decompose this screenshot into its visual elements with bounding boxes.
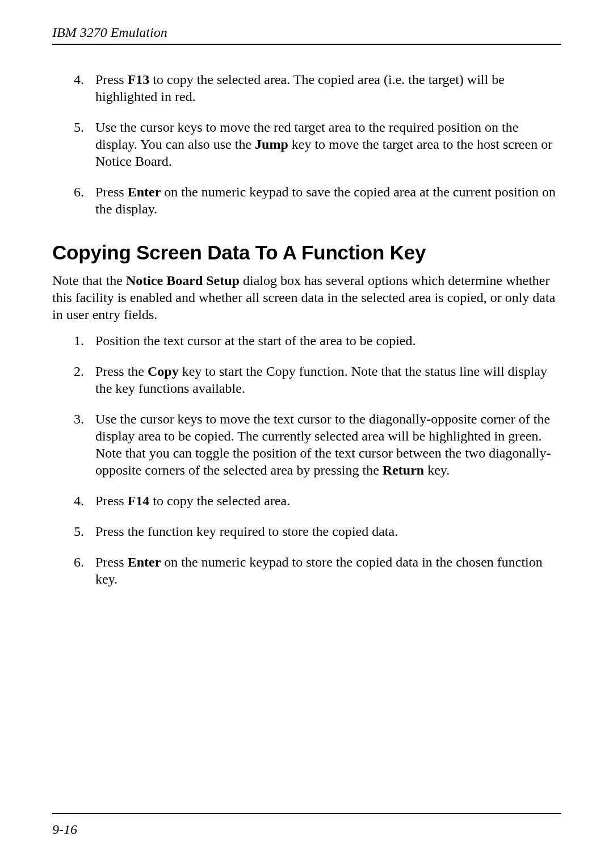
list-item: Press the Copy key to start the Copy fun… (87, 363, 561, 397)
footer-rule (52, 813, 561, 814)
top-ordered-list: Press F13 to copy the selected area. The… (87, 71, 561, 217)
text-run: Press (95, 72, 128, 87)
text-run: Use the cursor keys to move the text cur… (95, 412, 551, 477)
running-head: IBM 3270 Emulation (52, 25, 561, 40)
header-rule (52, 44, 561, 45)
text-run: Position the text cursor at the start of… (95, 333, 416, 348)
text-run: Press (95, 184, 128, 199)
text-run: Press the function key required to store… (95, 524, 398, 539)
text-run: F14 (128, 493, 150, 508)
list-item: Use the cursor keys to move the red targ… (87, 119, 561, 170)
page-number: 9-16 (52, 822, 561, 837)
text-run: Press the (95, 364, 148, 379)
text-run: Return (383, 463, 424, 477)
list-item: Position the text cursor at the start of… (87, 332, 561, 349)
text-run: to copy the selected area. The copied ar… (95, 72, 505, 104)
section-heading: Copying Screen Data To A Function Key (52, 241, 561, 264)
text-run: to copy the selected area. (149, 493, 290, 508)
page-footer: 9-16 (52, 813, 561, 837)
list-item: Use the cursor keys to move the text cur… (87, 410, 561, 479)
page: IBM 3270 Emulation Press F13 to copy the… (0, 0, 613, 868)
text-run: Note that the (52, 273, 126, 288)
text-run: F13 (128, 72, 150, 87)
text-run: key. (424, 463, 450, 477)
list-item: Press F13 to copy the selected area. The… (87, 71, 561, 105)
list-item: Press F14 to copy the selected area. (87, 492, 561, 509)
text-run: Copy (148, 364, 179, 379)
text-run: on the numeric keypad to store the copie… (95, 555, 543, 586)
text-run: Jump (255, 137, 288, 152)
text-run: on the numeric keypad to save the copied… (95, 184, 556, 216)
text-run: Press (95, 493, 128, 508)
text-run: Enter (128, 555, 161, 569)
section-intro: Note that the Notice Board Setup dialog … (52, 272, 561, 323)
list-item: Press the function key required to store… (87, 523, 561, 540)
section-ordered-list: Position the text cursor at the start of… (87, 332, 561, 588)
text-run: Enter (128, 184, 161, 199)
list-item: Press Enter on the numeric keypad to sto… (87, 553, 561, 588)
list-item: Press Enter on the numeric keypad to sav… (87, 183, 561, 217)
text-run: Press (95, 555, 128, 569)
text-run: Notice Board Setup (126, 273, 240, 288)
